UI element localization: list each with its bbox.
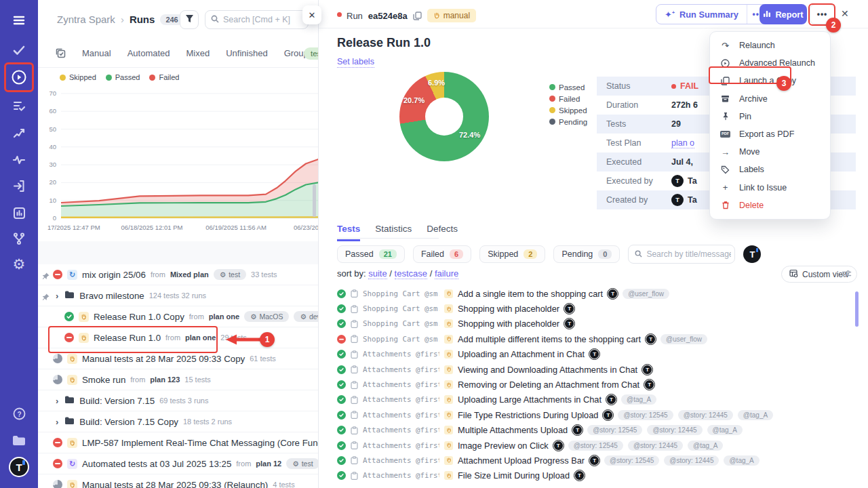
suite-name[interactable]: Attachments @first (363, 395, 439, 404)
select-all-icon[interactable] (56, 48, 66, 58)
tag-filter-chip[interactable]: tes (304, 47, 319, 60)
test-row[interactable]: Shopping Cart @sm...Shopping with placeh… (337, 317, 863, 331)
test-title[interactable]: File Size Limit During Upload (458, 470, 570, 481)
run-plan[interactable]: plan 12 (256, 460, 281, 468)
menu-item-pin[interactable]: Pin (710, 108, 830, 125)
test-title[interactable]: Uploading Large Attachments in Chat (458, 394, 601, 405)
run-plan[interactable]: Mixed plan (170, 270, 209, 279)
report-button[interactable]: Report (760, 4, 807, 24)
branches-icon[interactable] (11, 230, 27, 247)
tests-search-input[interactable] (646, 249, 731, 259)
run-row-automated[interactable]: ↻ Automated tests at 03 Jul 2025 13:25 f… (38, 453, 319, 474)
test-title[interactable]: Removing or Deleting an Attachment from … (458, 380, 639, 390)
copy-icon[interactable] (413, 12, 422, 20)
projects-folder-icon[interactable] (11, 432, 27, 449)
workspace-logo-avatar[interactable]: T (9, 457, 29, 477)
folder-row-build-715[interactable]: › Build: Version 7.15 69 tests 3 runs (38, 390, 319, 411)
test-row[interactable]: Shopping Cart @sm...Add multiple differe… (337, 331, 863, 346)
suite-name[interactable]: Attachments @first (363, 456, 439, 465)
breadcrumb-section[interactable]: Runs (130, 14, 155, 25)
help-icon[interactable]: ? (11, 405, 27, 422)
tab-mixed[interactable]: Mixed (186, 48, 210, 58)
filter-passed[interactable]: Passed21 (337, 245, 405, 263)
test-title[interactable]: Viewing and Downloading Attachments in C… (458, 365, 637, 375)
suite-name[interactable]: Shopping Cart @sm... (363, 304, 439, 313)
runs-search-input[interactable] (223, 15, 298, 24)
test-row[interactable]: Attachments @firstUploading an Attachmen… (337, 347, 863, 362)
left-panel-scrollbar[interactable] (313, 184, 316, 217)
test-title[interactable]: Attachment Upload Progress Bar (458, 455, 585, 466)
menu-item-archive[interactable]: Archive (710, 90, 830, 108)
menu-item-labels[interactable]: Labels (710, 161, 830, 178)
assignee-avatar[interactable]: T (743, 245, 761, 263)
suite-name[interactable]: Attachments @first (363, 426, 439, 434)
folder-row-build-715-copy[interactable]: › Build: Version 7.15 Copy 18 tests 2 ru… (38, 411, 319, 432)
filter-failed[interactable]: Failed6 (413, 245, 471, 263)
tab-unfinished[interactable]: Unfinished (226, 48, 267, 58)
filter-pending[interactable]: Pending0 (553, 245, 620, 263)
sort-by-failure[interactable]: failure (435, 268, 458, 279)
milestones-icon[interactable] (11, 125, 27, 141)
close-panel-button[interactable]: ✕ (302, 5, 321, 24)
test-title[interactable]: Uploading an Attachment in Chat (458, 349, 585, 359)
breadcrumb-project[interactable]: Zyntra Spark (57, 14, 115, 25)
test-title[interactable]: Multiple Attachments Upload (458, 425, 568, 435)
test-row[interactable]: Attachments @firstRemoving or Deleting a… (337, 377, 863, 392)
test-row[interactable]: Attachments @firstFile Size Limit During… (337, 468, 863, 483)
chevron-right-icon[interactable]: › (56, 417, 58, 427)
sort-by-testcase[interactable]: testcase (395, 268, 427, 279)
tests-search[interactable] (628, 245, 735, 264)
test-row[interactable]: Attachments @firstMultiple Attachments U… (337, 423, 863, 438)
suite-name[interactable]: Attachments @first (363, 365, 439, 374)
sign-in-icon[interactable] (11, 178, 27, 194)
run-plan[interactable]: plan 123 (150, 375, 180, 384)
test-title[interactable]: Image Preview on Click (458, 441, 549, 451)
tab-defects[interactable]: Defects (427, 224, 458, 241)
suite-name[interactable]: Shopping Cart @sm... (363, 289, 439, 298)
suite-name[interactable]: Attachments @first (363, 441, 439, 450)
test-title[interactable]: Add multiple different items to the shop… (458, 334, 641, 344)
analytics-icon[interactable] (11, 205, 27, 221)
tab-manual[interactable]: Manual (82, 48, 111, 58)
pulse-icon[interactable] (11, 152, 27, 168)
tab-statistics[interactable]: Statistics (375, 224, 412, 241)
run-row-mix-origin[interactable]: ↻ mix origin 25/06 from Mixed plan ⚙test… (38, 264, 319, 285)
set-labels-link[interactable]: Set labels (337, 57, 374, 68)
chevron-right-icon[interactable]: › (56, 291, 58, 301)
menu-item-link-to-issue[interactable]: +Link to Issue (710, 179, 830, 197)
menu-item-delete[interactable]: Delete (710, 197, 830, 214)
menu-icon[interactable] (11, 12, 27, 28)
menu-item-move[interactable]: →Move (710, 143, 830, 161)
test-row[interactable]: Attachments @firstViewing and Downloadin… (337, 362, 863, 377)
menu-item-export-pdf[interactable]: PDFExport as PDF (710, 125, 830, 143)
close-run-button[interactable]: ✕ (841, 8, 849, 19)
milestone-row-bravo[interactable]: › Bravo milestone 124 tests 32 runs (38, 285, 319, 306)
run-row-smoke-run[interactable]: Smoke run from plan 123 15 tests (38, 369, 319, 390)
suite-name[interactable]: Attachments @first (363, 380, 439, 389)
runs-search[interactable] (205, 10, 309, 29)
suite-name[interactable]: Shopping Cart @sm... (363, 335, 439, 344)
test-title[interactable]: Shopping with placeholder (458, 319, 559, 329)
test-row[interactable]: Attachments @firstFile Type Restrictions… (337, 407, 863, 422)
suite-name[interactable]: Attachments @first (363, 411, 439, 420)
main-scrollbar[interactable] (855, 291, 859, 327)
test-row[interactable]: Attachments @firstAttachment Upload Prog… (337, 453, 863, 468)
filter-skipped[interactable]: Skipped2 (479, 245, 545, 263)
test-row[interactable]: Attachments @firstUploading Large Attach… (337, 392, 863, 407)
suite-name[interactable]: Attachments @first (363, 350, 439, 359)
run-row-release-copy[interactable]: Release Run 1.0 Copy from plan one ⚙MacO… (38, 306, 319, 327)
chevron-right-icon[interactable]: › (56, 396, 58, 406)
test-row[interactable]: Shopping Cart @sm...Add a single item to… (337, 286, 863, 301)
test-title[interactable]: File Type Restrictions During Upload (458, 410, 598, 420)
tab-automated[interactable]: Automated (127, 48, 170, 58)
test-title[interactable]: Shopping with placeholder (458, 304, 559, 314)
suite-name[interactable]: Attachments @first (363, 471, 439, 480)
test-title[interactable]: Add a single item to the shopping cart (458, 289, 603, 299)
test-row[interactable]: Shopping Cart @sm...Shopping with placeh… (337, 301, 863, 316)
view-settings-icon[interactable] (842, 269, 852, 281)
run-row-manual-relaunch[interactable]: Manual tests at 28 Mar 2025 09:33 (Relau… (38, 474, 319, 488)
menu-item-relaunch[interactable]: ↷Relaunch (710, 37, 830, 54)
sort-by-suite[interactable]: suite (368, 268, 387, 279)
test-plans-icon[interactable] (11, 98, 27, 114)
filter-button[interactable] (180, 10, 199, 29)
